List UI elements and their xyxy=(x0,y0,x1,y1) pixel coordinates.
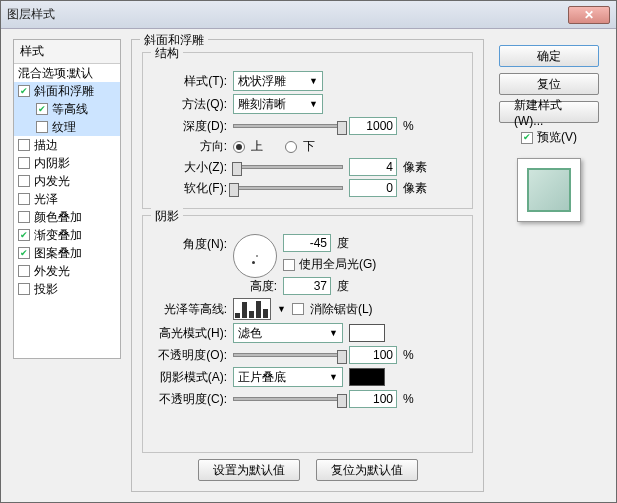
shadow-opacity-label: 不透明度(C): xyxy=(153,391,227,408)
direction-up-radio[interactable] xyxy=(233,141,245,153)
shadow-mode-value: 正片叠底 xyxy=(238,369,286,386)
style-item-0[interactable]: 混合选项:默认 xyxy=(14,64,120,82)
bevel-group: 斜面和浮雕 结构 样式(T): 枕状浮雕▼ 方法(Q): xyxy=(131,39,484,492)
style-item-checkbox[interactable] xyxy=(18,139,30,151)
style-value: 枕状浮雕 xyxy=(238,73,286,90)
global-light-label: 使用全局光(G) xyxy=(299,256,376,273)
shadow-mode-label: 阴影模式(A): xyxy=(153,369,227,386)
style-item-label: 投影 xyxy=(34,281,58,298)
style-item-label: 描边 xyxy=(34,137,58,154)
style-item-12[interactable]: 投影 xyxy=(14,280,120,298)
chevron-down-icon[interactable]: ▼ xyxy=(277,304,286,314)
preview-label: 预览(V) xyxy=(537,129,577,146)
style-item-2[interactable]: ✔等高线 xyxy=(14,100,120,118)
style-item-checkbox[interactable]: ✔ xyxy=(18,229,30,241)
structure-legend: 结构 xyxy=(151,45,183,62)
style-item-1[interactable]: ✔斜面和浮雕 xyxy=(14,82,120,100)
size-input[interactable]: 4 xyxy=(349,158,397,176)
styles-header: 样式 xyxy=(14,40,120,64)
style-item-checkbox[interactable] xyxy=(18,175,30,187)
reset-default-button[interactable]: 复位为默认值 xyxy=(316,459,418,481)
direction-down-radio[interactable] xyxy=(285,141,297,153)
style-item-checkbox[interactable] xyxy=(18,193,30,205)
new-style-button[interactable]: 新建样式(W)... xyxy=(499,101,599,123)
style-item-label: 颜色叠加 xyxy=(34,209,82,226)
style-item-label: 斜面和浮雕 xyxy=(34,83,94,100)
technique-label: 方法(Q): xyxy=(153,96,227,113)
style-item-checkbox[interactable]: ✔ xyxy=(18,85,30,97)
shading-group: 阴影 角度(N): -45 度 xyxy=(142,215,473,453)
style-item-checkbox[interactable]: ✔ xyxy=(36,103,48,115)
altitude-unit: 度 xyxy=(337,278,349,295)
style-item-label: 渐变叠加 xyxy=(34,227,82,244)
chevron-down-icon: ▼ xyxy=(309,76,318,86)
style-item-3[interactable]: 纹理 xyxy=(14,118,120,136)
global-light-checkbox[interactable] xyxy=(283,259,295,271)
highlight-opacity-slider[interactable] xyxy=(233,353,343,357)
angle-input[interactable]: -45 xyxy=(283,234,331,252)
size-unit: 像素 xyxy=(403,159,431,176)
chevron-down-icon: ▼ xyxy=(329,328,338,338)
chevron-down-icon: ▼ xyxy=(329,372,338,382)
highlight-opacity-input[interactable]: 100 xyxy=(349,346,397,364)
shadow-color-swatch[interactable] xyxy=(349,368,385,386)
style-item-10[interactable]: ✔图案叠加 xyxy=(14,244,120,262)
depth-slider[interactable] xyxy=(233,124,343,128)
soften-slider[interactable] xyxy=(233,186,343,190)
style-item-checkbox[interactable]: ✔ xyxy=(18,247,30,259)
highlight-mode-select[interactable]: 滤色▼ xyxy=(233,323,343,343)
style-item-checkbox[interactable] xyxy=(18,211,30,223)
direction-up-label: 上 xyxy=(251,138,263,155)
direction-down-label: 下 xyxy=(303,138,315,155)
window-title: 图层样式 xyxy=(7,6,568,23)
style-item-6[interactable]: 内发光 xyxy=(14,172,120,190)
style-item-label: 纹理 xyxy=(52,119,76,136)
size-slider[interactable] xyxy=(233,165,343,169)
style-item-7[interactable]: 光泽 xyxy=(14,190,120,208)
close-button[interactable]: ✕ xyxy=(568,6,610,24)
reset-button[interactable]: 复位 xyxy=(499,73,599,95)
style-item-8[interactable]: 颜色叠加 xyxy=(14,208,120,226)
size-label: 大小(Z): xyxy=(153,159,227,176)
highlight-mode-value: 滤色 xyxy=(238,325,262,342)
altitude-input[interactable]: 37 xyxy=(283,277,331,295)
highlight-opacity-unit: % xyxy=(403,348,431,362)
gloss-contour-picker[interactable] xyxy=(233,298,271,320)
style-item-checkbox[interactable] xyxy=(18,283,30,295)
preview-thumbnail xyxy=(517,158,581,222)
style-item-9[interactable]: ✔渐变叠加 xyxy=(14,226,120,244)
style-item-label: 图案叠加 xyxy=(34,245,82,262)
soften-input[interactable]: 0 xyxy=(349,179,397,197)
style-item-5[interactable]: 内阴影 xyxy=(14,154,120,172)
shadow-opacity-input[interactable]: 100 xyxy=(349,390,397,408)
set-default-button[interactable]: 设置为默认值 xyxy=(198,459,300,481)
soften-label: 软化(F): xyxy=(153,180,227,197)
highlight-color-swatch[interactable] xyxy=(349,324,385,342)
angle-label: 角度(N): xyxy=(153,234,227,253)
ok-button[interactable]: 确定 xyxy=(499,45,599,67)
depth-label: 深度(D): xyxy=(153,118,227,135)
antialias-checkbox[interactable] xyxy=(292,303,304,315)
shading-legend: 阴影 xyxy=(151,208,183,225)
styles-listbox: 样式 混合选项:默认✔斜面和浮雕✔等高线纹理描边内阴影内发光光泽颜色叠加✔渐变叠… xyxy=(13,39,121,359)
style-item-11[interactable]: 外发光 xyxy=(14,262,120,280)
style-item-checkbox[interactable] xyxy=(18,157,30,169)
structure-group: 结构 样式(T): 枕状浮雕▼ 方法(Q): 雕刻清晰▼ xyxy=(142,52,473,209)
direction-label: 方向: xyxy=(153,138,227,155)
shadow-opacity-slider[interactable] xyxy=(233,397,343,401)
depth-input[interactable]: 1000 xyxy=(349,117,397,135)
style-select[interactable]: 枕状浮雕▼ xyxy=(233,71,323,91)
style-item-4[interactable]: 描边 xyxy=(14,136,120,154)
style-item-checkbox[interactable] xyxy=(36,121,48,133)
angle-dial[interactable] xyxy=(233,234,277,278)
style-item-checkbox[interactable] xyxy=(18,265,30,277)
preview-checkbox[interactable]: ✔ xyxy=(521,132,533,144)
highlight-opacity-label: 不透明度(O): xyxy=(153,347,227,364)
chevron-down-icon: ▼ xyxy=(309,99,318,109)
style-item-label: 外发光 xyxy=(34,263,70,280)
technique-value: 雕刻清晰 xyxy=(238,96,286,113)
technique-select[interactable]: 雕刻清晰▼ xyxy=(233,94,323,114)
style-item-label: 等高线 xyxy=(52,101,88,118)
shadow-mode-select[interactable]: 正片叠底▼ xyxy=(233,367,343,387)
shadow-opacity-unit: % xyxy=(403,392,431,406)
